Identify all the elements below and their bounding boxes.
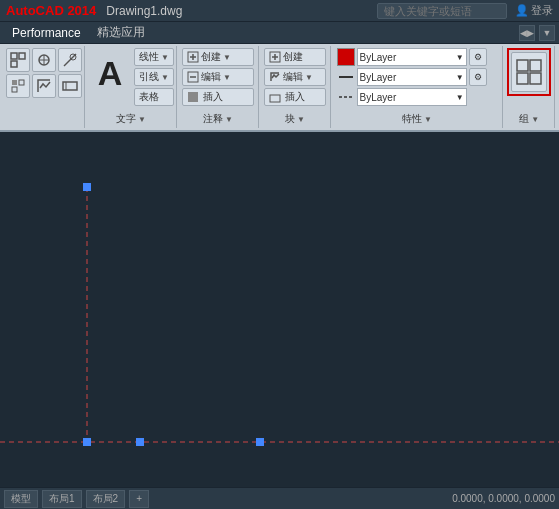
menu-bar-right: ◀▶ ▼ xyxy=(519,25,555,41)
menu-featured-apps[interactable]: 精选应用 xyxy=(89,22,153,43)
layer-3-label: ByLayer xyxy=(360,92,397,103)
title-bar: AutoCAD 2014 Drawing1.dwg 👤 登录 xyxy=(0,0,559,22)
tool-btn-4[interactable] xyxy=(32,74,56,98)
leader-label: 引线 xyxy=(139,70,159,84)
block-group-label: 块 ▼ xyxy=(265,112,326,126)
layout2-tab[interactable]: 布局2 xyxy=(86,490,126,508)
block-insert-btn[interactable]: 插入 xyxy=(264,88,326,106)
svg-rect-28 xyxy=(530,73,541,84)
block-label-text: 块 xyxy=(285,112,295,126)
tool-btn-5[interactable] xyxy=(58,48,82,72)
handle-bottom-mid xyxy=(136,438,144,446)
layout1-tab[interactable]: 布局1 xyxy=(42,490,82,508)
text-leader-btn[interactable]: 引线 ▼ xyxy=(134,68,174,86)
text-sub-col: 线性 ▼ 引线 ▼ 表格 xyxy=(134,48,174,106)
groups-section-label: 组 ▼ xyxy=(509,112,550,126)
block-edit-btn[interactable]: 编辑 ▼ xyxy=(264,68,326,86)
text-big-icon[interactable]: A xyxy=(88,48,132,98)
properties-label-text: 特性 xyxy=(402,112,422,126)
layer-extra-btn-2[interactable]: ⚙ xyxy=(469,68,487,86)
insert-col: 创建 ▼ 编辑 ▼ 插入 xyxy=(182,48,254,106)
handle-top xyxy=(83,183,91,191)
svg-rect-8 xyxy=(12,87,17,92)
bedit-label: 编辑 xyxy=(283,70,303,84)
quick-tools-col1 xyxy=(6,48,56,98)
layer-select-3[interactable]: ByLayer ▼ xyxy=(357,88,467,106)
block-create-btn[interactable]: 创建 xyxy=(264,48,326,66)
drawing-canvas-area[interactable] xyxy=(0,132,559,487)
search-input[interactable] xyxy=(377,3,507,19)
filename: Drawing1.dwg xyxy=(106,4,182,18)
color-swatch[interactable] xyxy=(337,48,355,66)
coord-display: 0.0000, 0.0000, 0.0000 xyxy=(452,493,555,504)
layer-select-2[interactable]: ByLayer ▼ xyxy=(357,68,467,86)
login-label[interactable]: 登录 xyxy=(531,3,553,18)
highlight-box xyxy=(507,48,551,96)
svg-rect-6 xyxy=(12,80,17,85)
text-label-arrow[interactable]: ▼ xyxy=(138,115,146,124)
groups-label-arrow[interactable]: ▼ xyxy=(531,115,539,124)
insert-label-arrow[interactable]: ▼ xyxy=(225,115,233,124)
svg-rect-26 xyxy=(530,60,541,71)
block-group-content: 创建 编辑 ▼ 插入 xyxy=(264,48,326,110)
menu-icon-1[interactable]: ◀▶ xyxy=(519,25,535,41)
svg-rect-11 xyxy=(63,82,77,90)
quick-tools-row3 xyxy=(58,48,82,72)
tool-btn-1[interactable] xyxy=(6,48,30,72)
menu-icon-2[interactable]: ▼ xyxy=(539,25,555,41)
binsert-label: 插入 xyxy=(285,90,305,104)
insert-insert-btn[interactable]: 插入 xyxy=(182,88,254,106)
layer-select-1[interactable]: ByLayer ▼ xyxy=(357,48,467,66)
quick-tools-col2 xyxy=(58,48,82,98)
properties-label-arrow[interactable]: ▼ xyxy=(424,115,432,124)
text-label-text: 文字 xyxy=(116,112,136,126)
prop-row-1: ByLayer ▼ ⚙ xyxy=(337,48,487,66)
quick-tools-content xyxy=(6,48,82,124)
user-icon[interactable]: 👤 xyxy=(515,4,529,17)
bcreate-label: 创建 xyxy=(283,50,303,64)
properties-group: ByLayer ▼ ⚙ ByLayer ▼ ⚙ xyxy=(333,46,503,128)
groups-content xyxy=(507,48,551,110)
block-group: 创建 编辑 ▼ 插入 块 ▼ xyxy=(261,46,331,128)
svg-rect-7 xyxy=(19,80,24,85)
properties-content: ByLayer ▼ ⚙ ByLayer ▼ ⚙ xyxy=(337,48,498,110)
svg-rect-22 xyxy=(270,95,280,102)
svg-rect-27 xyxy=(517,73,528,84)
app-logo: AutoCAD 2014 xyxy=(6,3,96,18)
insert-group: 创建 ▼ 编辑 ▼ 插入 注释 ▼ xyxy=(179,46,259,128)
insert-label: 插入 xyxy=(203,90,223,104)
drawing-svg xyxy=(0,132,559,487)
properties-group-label: 特性 ▼ xyxy=(337,112,498,126)
bottom-bar: 模型 布局1 布局2 + 0.0000, 0.0000, 0.0000 xyxy=(0,487,559,509)
insert-create-btn[interactable]: 创建 ▼ xyxy=(182,48,254,66)
tool-btn-2[interactable] xyxy=(32,48,56,72)
quick-tools-row4 xyxy=(58,74,82,98)
text-table-btn[interactable]: 表格 xyxy=(134,88,174,106)
svg-rect-1 xyxy=(19,53,25,59)
quick-tools-group xyxy=(4,46,85,128)
edit-label: 编辑 xyxy=(201,70,221,84)
model-tab[interactable]: 模型 xyxy=(4,490,38,508)
block-label-arrow[interactable]: ▼ xyxy=(297,115,305,124)
tool-btn-3[interactable] xyxy=(6,74,30,98)
dashed-line-icon xyxy=(337,88,355,106)
linear-label: 线性 xyxy=(139,50,159,64)
add-layout-btn[interactable]: + xyxy=(129,490,149,508)
insert-edit-btn[interactable]: 编辑 ▼ xyxy=(182,68,254,86)
handle-bottom-right xyxy=(256,438,264,446)
svg-rect-25 xyxy=(517,60,528,71)
tool-btn-6[interactable] xyxy=(58,74,82,98)
groups-section: 组 ▼ xyxy=(505,46,555,128)
ribbon: A 线性 ▼ 引线 ▼ 表格 文字 ▼ xyxy=(0,44,559,132)
insert-group-label: 注释 ▼ xyxy=(183,112,254,126)
bedit-arrow: ▼ xyxy=(305,73,313,82)
groups-btn[interactable] xyxy=(511,52,547,92)
edit-arrow: ▼ xyxy=(223,73,231,82)
block-col: 创建 编辑 ▼ 插入 xyxy=(264,48,326,106)
menu-bar: Performance 精选应用 ◀▶ ▼ xyxy=(0,22,559,44)
ribbon-content: A 线性 ▼ 引线 ▼ 表格 文字 ▼ xyxy=(0,44,559,130)
text-linear-btn[interactable]: 线性 ▼ xyxy=(134,48,174,66)
menu-performance[interactable]: Performance xyxy=(4,24,89,42)
layer-extra-btn[interactable]: ⚙ xyxy=(469,48,487,66)
layer-3-arrow: ▼ xyxy=(456,93,464,102)
